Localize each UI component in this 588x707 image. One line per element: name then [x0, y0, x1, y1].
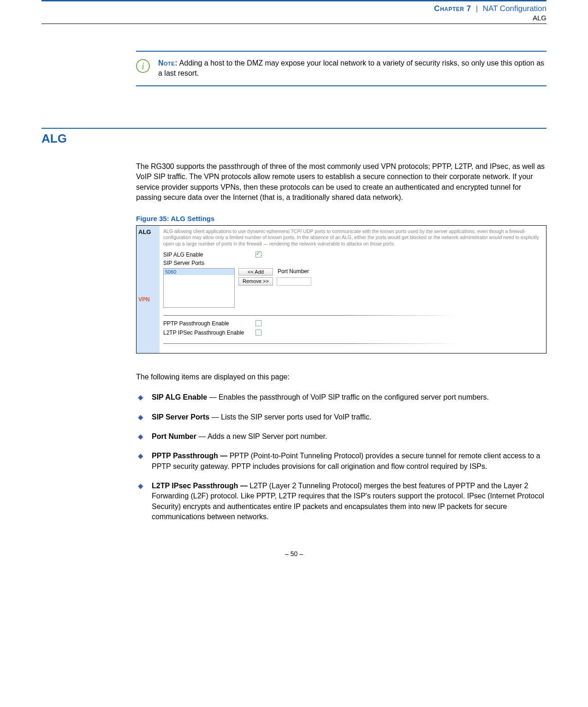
l2tp-label: L2TP IPSec Passthrough Enable [163, 330, 255, 336]
section-heading: ALG [42, 132, 546, 146]
chapter-title: NAT Configuration [483, 4, 546, 13]
list-item: L2TP IPsec Passthrough — L2TP (Layer 2 T… [136, 481, 546, 522]
items-intro: The following items are displayed on thi… [136, 372, 546, 382]
item-sep: — [196, 432, 208, 440]
figure-divider [163, 343, 458, 344]
sip-ports-label: SIP Server Ports [163, 260, 255, 266]
sip-enable-checkbox[interactable] [255, 252, 261, 258]
section-intro: The RG300 supports the passthrough of th… [136, 162, 546, 203]
section-rule [42, 128, 546, 129]
chapter-separator: | [476, 5, 478, 12]
item-sep: — [207, 393, 219, 401]
note-text: Note: Adding a host to the DMZ may expos… [158, 58, 546, 79]
figure-divider [163, 315, 458, 316]
item-text: Enables the passthrough of VoIP SIP traf… [219, 393, 489, 401]
sidebar-label-vpn: VPN [138, 296, 158, 303]
item-title: Port Number [152, 432, 196, 440]
item-title: L2TP IPsec Passthrough — [152, 482, 249, 490]
sip-enable-label: SIP ALG Enable [163, 252, 255, 258]
list-item: Port Number — Adds a new SIP Server port… [136, 431, 546, 442]
item-title: PPTP Passthrough — [152, 452, 230, 460]
item-text: Adds a new SIP Server port number. [208, 432, 327, 440]
port-number-label: Port Number [278, 268, 309, 275]
port-number-input[interactable] [277, 277, 311, 286]
header-rule [42, 24, 546, 24]
pptp-label: PPTP Passthrough Enable [163, 320, 255, 327]
l2tp-checkbox[interactable] [255, 330, 261, 336]
sip-ports-listbox[interactable]: 5060 [163, 268, 235, 308]
chapter-label: Chapter 7 [434, 4, 471, 13]
item-title: SIP ALG Enable [152, 393, 207, 401]
remove-button[interactable]: Remove >> [238, 277, 273, 286]
figure-box: ALG VPN ALG allowing client applications… [136, 225, 546, 353]
sidebar-label-alg: ALG [138, 228, 158, 235]
info-icon: i [136, 59, 150, 73]
list-item: PPTP Passthrough — PPTP (Point-to-Point … [136, 451, 546, 472]
figure-caption: Figure 35: ALG Settings [136, 215, 546, 222]
list-item[interactable]: 5060 [164, 269, 234, 275]
figure-description: ALG allowing client applications to use … [163, 228, 541, 246]
figure-sidebar: ALG VPN [137, 226, 160, 353]
page-number: – 50 – [42, 550, 546, 557]
note-box: i Note: Adding a host to the DMZ may exp… [136, 51, 546, 86]
item-list: SIP ALG Enable — Enables the passthrough… [136, 392, 546, 522]
list-item: SIP ALG Enable — Enables the passthrough… [136, 392, 546, 402]
chapter-subtitle: ALG [42, 14, 546, 22]
item-text: Lists the SIP server ports used for VoIP… [221, 413, 371, 421]
item-title: SIP Server Ports [152, 413, 209, 421]
add-button[interactable]: << Add [238, 268, 273, 276]
header-bar: Chapter 7 | NAT Configuration ALG [42, 0, 546, 18]
pptp-checkbox[interactable] [255, 320, 261, 326]
list-item: SIP Server Ports — Lists the SIP server … [136, 412, 546, 422]
item-sep: — [209, 413, 221, 421]
note-label: Note: [158, 59, 178, 67]
note-body: Adding a host to the DMZ may expose your… [158, 59, 544, 77]
